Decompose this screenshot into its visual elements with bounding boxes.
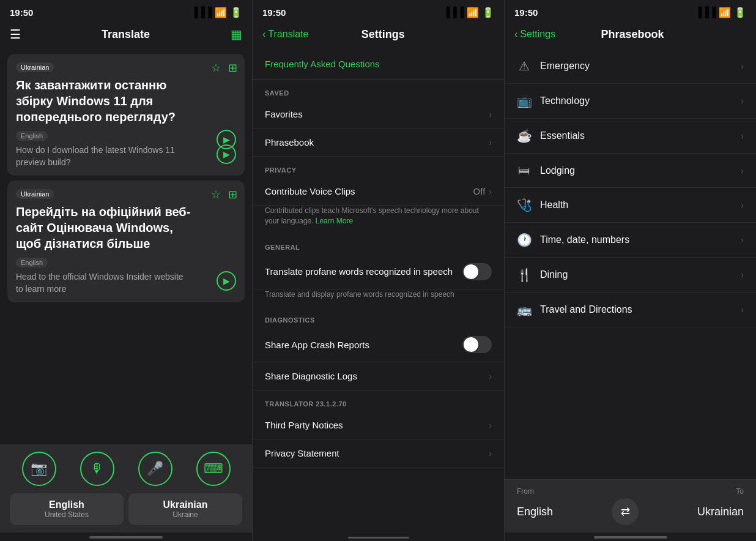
learn-more-link[interactable]: Learn More	[316, 217, 353, 225]
scan-icon[interactable]: ⊞	[228, 61, 237, 75]
phrasebook-chevron-icon: ›	[489, 138, 492, 147]
wifi-icon-3: 📶	[719, 7, 731, 18]
privacy-section-header: PRIVACY	[253, 157, 504, 177]
favorites-chevron-icon: ›	[489, 110, 492, 119]
back-chevron-icon-3: ‹	[514, 29, 517, 40]
bottom-toolbar: 📷 🎙 🎤 ⌨ English United States Ukrainian …	[0, 444, 252, 532]
time-label: Time, date, numbers	[540, 234, 629, 245]
voice-clips-label: Contribute Voice Clips	[265, 186, 355, 196]
profane-toggle-knob	[464, 264, 478, 279]
from-to-values: English ⇄ Ukrainian	[517, 498, 744, 525]
status-bar-3: 19:50 ▐▐▐ 📶 🔋	[505, 0, 756, 22]
play-dest-btn[interactable]: ▶	[217, 144, 236, 164]
status-time-3: 19:50	[514, 7, 538, 18]
wifi-icon: 📶	[215, 7, 227, 18]
battery-icon-2: 🔋	[482, 7, 494, 18]
diagnostic-logs-chevron-icon: ›	[489, 371, 492, 381]
crash-reports-label: Share App Crash Reports	[265, 340, 369, 350]
technology-chevron-icon: ›	[741, 96, 744, 106]
play-dest-btn-2[interactable]: ▶	[217, 271, 236, 291]
phrasebook-row-content-din: 🍴 Dining	[517, 267, 568, 282]
back-settings-label: Settings	[520, 29, 555, 40]
time-chevron-icon: ›	[741, 235, 744, 245]
favorites-row[interactable]: Favorites ›	[253, 100, 504, 129]
phrasebook-item-lodging[interactable]: 🛏 Lodging ›	[505, 154, 756, 188]
crash-reports-knob	[464, 337, 478, 352]
dest-lang-badge-2: English	[16, 258, 48, 267]
lodging-chevron-icon: ›	[741, 166, 744, 176]
wifi-icon-2: 📶	[467, 7, 479, 18]
travel-chevron-icon: ›	[741, 305, 744, 315]
phrasebook-row-content-tra: 🚌 Travel and Directions	[517, 302, 632, 317]
phrasebook-item-time[interactable]: 🕐 Time, date, numbers ›	[505, 223, 756, 258]
crash-reports-toggle[interactable]	[462, 336, 492, 353]
signal-icon: ▐▐▐	[191, 7, 212, 18]
from-lang-region: United States	[45, 510, 89, 519]
third-party-row[interactable]: Third Party Notices ›	[253, 411, 504, 439]
scrollbar-indicator-2	[348, 537, 409, 539]
favorite-icon-2[interactable]: ☆	[211, 188, 221, 201]
mic2-button[interactable]: 🎤	[138, 452, 172, 486]
source-lang-badge: Ukrainian	[16, 62, 54, 72]
swap-button[interactable]: ⇄	[612, 498, 639, 525]
voice-clips-desc-text: Contributed clips teach Microsoft's spee…	[265, 206, 479, 225]
from-lang-selector[interactable]: English United States	[10, 493, 124, 525]
keyboard-button[interactable]: ⌨	[196, 452, 231, 486]
camera-button[interactable]: 📷	[22, 452, 56, 486]
translate-title: Translate	[102, 28, 150, 41]
phrasebook-row-content: ⚠ Emergency	[517, 59, 590, 73]
privacy-statement-row[interactable]: Privacy Statement ›	[253, 439, 504, 468]
translation-card: ☆ ⊞ Ukrainian Як завантажити останню збі…	[7, 54, 245, 176]
health-label: Health	[540, 200, 568, 211]
dining-label: Dining	[540, 269, 568, 280]
card-actions: ☆ ⊞	[211, 61, 237, 75]
favorite-icon[interactable]: ☆	[211, 61, 221, 75]
lang-selectors: English United States Ukrainian Ukraine	[10, 493, 242, 525]
to-value: Ukrainian	[697, 506, 744, 518]
toolbar-icons: 📷 🎙 🎤 ⌨	[10, 452, 242, 486]
diagnostic-logs-row[interactable]: Share Diagnostic Logs ›	[253, 362, 504, 390]
status-time-2: 19:50	[262, 7, 286, 18]
back-translate-btn[interactable]: ‹ Translate	[262, 29, 308, 40]
translation-card: ☆ ⊞ Ukrainian Перейдіть на офіційний веб…	[7, 181, 245, 302]
dining-chevron-icon: ›	[741, 270, 744, 280]
back-chevron-icon: ‹	[262, 29, 265, 40]
lodging-label: Lodging	[540, 165, 575, 176]
phrasebook-row-content-lod: 🛏 Lodging	[517, 163, 575, 177]
profane-toggle[interactable]	[462, 263, 492, 280]
health-icon: 🩺	[517, 198, 532, 212]
emergency-chevron-icon: ›	[741, 61, 744, 71]
scan-icon-2[interactable]: ⊞	[228, 188, 237, 201]
phrasebook-row-content-hea: 🩺 Health	[517, 198, 568, 212]
voice-clips-value-area[interactable]: Off ›	[473, 186, 492, 196]
mic-button[interactable]: 🎙	[80, 452, 114, 486]
diagnostic-logs-label: Share Diagnostic Logs	[265, 371, 357, 381]
time-icon: 🕐	[517, 233, 532, 247]
translated-text-2: Head to the official Windows Insider web…	[16, 271, 217, 295]
health-chevron-icon: ›	[741, 200, 744, 210]
essentials-chevron-icon: ›	[741, 131, 744, 141]
keyboard-icon: ⌨	[204, 461, 223, 477]
hamburger-icon[interactable]: ☰	[10, 27, 21, 42]
phrasebook-item-travel[interactable]: 🚌 Travel and Directions ›	[505, 293, 756, 327]
voice-clips-desc: Contributed clips teach Microsoft's spee…	[253, 206, 504, 234]
settings-panel: 19:50 ▐▐▐ 📶 🔋 ‹ Translate Settings Frequ…	[252, 0, 504, 541]
camera-icon: 📷	[31, 461, 47, 477]
mic-icon: 🎙	[91, 461, 104, 477]
phrasebook-panel: 19:50 ▐▐▐ 📶 🔋 ‹ Settings Phrasebook ⚠ Em…	[504, 0, 756, 541]
status-icons-1: ▐▐▐ 📶 🔋	[191, 7, 242, 18]
source-lang-badge-2: Ukrainian	[16, 189, 54, 199]
grid-icon[interactable]: ▦	[231, 27, 242, 42]
phrasebook-item-technology[interactable]: 📺 Technology ›	[505, 84, 756, 119]
phrasebook-row-content-time: 🕐 Time, date, numbers	[517, 233, 629, 247]
back-settings-btn[interactable]: ‹ Settings	[514, 29, 555, 40]
translated-text-1: How do I download the latest Windows 11 …	[16, 144, 217, 168]
to-lang-selector[interactable]: Ukrainian Ukraine	[128, 493, 242, 525]
phrasebook-item-essentials[interactable]: ☕ Essentials ›	[505, 119, 756, 154]
phrasebook-row[interactable]: Phrasebook ›	[253, 129, 504, 157]
phrasebook-item-health[interactable]: 🩺 Health ›	[505, 188, 756, 223]
phrasebook-item-dining[interactable]: 🍴 Dining ›	[505, 258, 756, 293]
faq-row[interactable]: Frequently Asked Questions	[253, 49, 504, 80]
phrasebook-item-emergency[interactable]: ⚠ Emergency ›	[505, 49, 756, 84]
translate-panel: 19:50 ▐▐▐ 📶 🔋 ☰ Translate ▦ ☆ ⊞ Ukrainia…	[0, 0, 252, 541]
